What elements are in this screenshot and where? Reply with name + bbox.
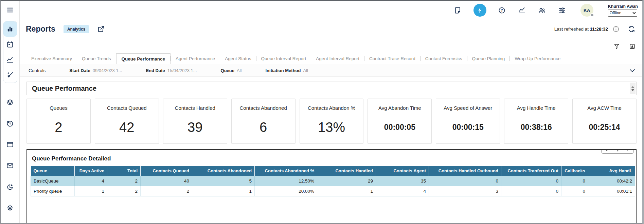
lightning-bolt-icon[interactable] <box>473 4 486 17</box>
metric-value: 00:38:16 <box>521 123 552 132</box>
sidebar-item-analytics[interactable] <box>3 21 17 37</box>
section-header: Queue Performance <box>26 82 637 95</box>
column-header-avg-handl[interactable]: Avg Handl. <box>588 166 635 176</box>
layers-icon[interactable] <box>6 98 15 107</box>
metric-card-avg-abandon-time: Avg Abandon Time00:00:05 <box>368 99 432 144</box>
metric-card-avg-acw-time: Avg ACW Time00:25:14 <box>572 99 637 144</box>
metric-value-wrap: 13% <box>318 111 345 143</box>
column-header-total[interactable]: Total <box>107 166 141 176</box>
metric-value-wrap: 00:00:15 <box>452 111 484 143</box>
cell: 2 <box>107 176 141 186</box>
refresh-icon[interactable] <box>627 25 636 34</box>
last-refreshed-time: 11:28:32 <box>590 27 608 32</box>
refresh-cluster: Last refreshed at 11:28:32 <box>554 25 636 34</box>
sidebar-item-metrics[interactable] <box>3 52 17 67</box>
filters: Start Date09/04/2023 1...End Date15/04/2… <box>69 68 332 73</box>
cell: 0 <box>501 176 561 186</box>
stepper-down-icon[interactable] <box>631 89 634 91</box>
external-link-icon[interactable] <box>96 25 105 34</box>
kebab-menu-icon[interactable] <box>625 149 630 152</box>
main-area: ? KA Khurram Awan Offline Reports Analyt… <box>20 1 642 223</box>
cell: 5 <box>192 176 255 186</box>
cell: 00:42:2 <box>588 176 635 186</box>
column-header-contacts-queued[interactable]: Contacts Queued <box>141 166 192 176</box>
contacts-people-icon[interactable] <box>538 6 547 15</box>
hamburger-menu-icon[interactable] <box>6 5 15 14</box>
tab-contact-forensics[interactable]: Contact Forensics <box>421 54 467 64</box>
column-header-days-active[interactable]: Days Active <box>75 166 107 176</box>
column-header-contacts-handled-outbound[interactable]: Contacts Handled Outbound <box>429 166 501 176</box>
insights-chart-icon[interactable] <box>518 6 526 15</box>
stepper-up-icon[interactable] <box>631 86 634 88</box>
cell: 1 <box>192 186 255 196</box>
bar-chart-icon <box>6 25 15 34</box>
help-icon[interactable]: ? <box>498 6 506 15</box>
metric-card-queues: Queues2 <box>26 99 91 144</box>
column-header-contacts-agent[interactable]: Contacts Agent <box>376 166 429 176</box>
tab-agent-performance[interactable]: Agent Performance <box>171 54 220 64</box>
window-icon[interactable] <box>6 140 15 149</box>
metric-value-wrap: 42 <box>119 111 135 143</box>
status-select[interactable]: Offline <box>608 10 637 17</box>
tab-wrap-up-performance[interactable]: Wrap-Up Performance <box>510 54 565 64</box>
filter-initiation-method[interactable]: Initiation MethodAll <box>265 68 308 73</box>
cell: 0 <box>429 176 501 186</box>
tab-queue-interval-report[interactable]: Queue Interval Report <box>256 54 311 64</box>
notes-icon[interactable] <box>453 6 462 15</box>
metric-value: 13% <box>318 120 345 135</box>
filter-label: Start Date <box>69 68 90 73</box>
widget-filter-funnel-icon[interactable] <box>615 149 620 152</box>
column-header-contacts-abandoned[interactable]: Contacts Abandoned % <box>255 166 317 176</box>
tab-executive-summary[interactable]: Executive Summary <box>26 54 77 64</box>
metric-value: 00:25:14 <box>589 123 620 132</box>
metric-label: Queues <box>50 105 68 111</box>
sidebar-item-design[interactable] <box>3 67 17 83</box>
user-block: Khurram Awan Offline <box>608 4 638 17</box>
filter-start-date[interactable]: Start Date09/04/2023 1... <box>69 68 122 73</box>
filter-end-date[interactable]: End Date15/04/2023 1... <box>146 68 197 73</box>
table-row-priority-queue[interactable]: Priority queue122120.00%1430000:01:1 <box>31 186 635 196</box>
history-icon[interactable] <box>6 119 15 128</box>
brush-icon <box>6 71 15 80</box>
calendar-icon <box>6 40 15 49</box>
download-icon[interactable] <box>628 42 637 51</box>
mail-icon[interactable] <box>6 161 15 170</box>
cell: 1 <box>317 186 376 196</box>
tab-agent-status[interactable]: Agent Status <box>220 54 256 64</box>
metric-value: 2 <box>55 120 62 135</box>
column-header-contacts-handled[interactable]: Contacts Handled <box>317 166 376 176</box>
analytics-badge: Analytics <box>64 25 89 33</box>
cell: 2 <box>141 186 192 196</box>
section-stepper[interactable] <box>630 83 636 94</box>
chevron-down-icon[interactable] <box>628 66 637 75</box>
tab-agent-interval-report[interactable]: Agent Interval Report <box>311 54 364 64</box>
preferences-sliders-icon[interactable] <box>558 6 567 15</box>
metric-card-contacts-handled: Contacts Handled39 <box>163 99 227 144</box>
column-header-contacts-abandoned[interactable]: Contacts Abandoned <box>192 166 255 176</box>
user-avatar[interactable]: KA <box>580 4 593 17</box>
metric-value: 00:00:05 <box>384 123 415 132</box>
filter-funnel-icon[interactable] <box>612 42 621 51</box>
report-tools <box>20 42 642 51</box>
info-icon[interactable] <box>611 25 620 34</box>
cell: 29 <box>317 176 376 186</box>
table-row-basicqueue[interactable]: BasicQueue4240512.50%293500000:42:2 <box>31 176 635 186</box>
tab-queue-planning[interactable]: Queue Planning <box>467 54 510 64</box>
line-chart-icon <box>6 55 15 64</box>
metric-label: Avg Handle Time <box>517 105 556 111</box>
sidebar-item-schedule[interactable] <box>3 37 17 52</box>
tab-queue-performance[interactable]: Queue Performance <box>116 53 171 64</box>
metric-label: Contacts Handled <box>175 105 215 111</box>
sidebar <box>1 1 20 223</box>
tab-contract-trace-record[interactable]: Contract Trace Record <box>364 54 420 64</box>
filter-queue[interactable]: QueueAll <box>221 68 242 73</box>
column-header-contacts-tranferred-out[interactable]: Contacts Tranferred Out <box>501 166 561 176</box>
detail-table: QueueDays ActiveTotalContacts QueuedCont… <box>31 166 635 196</box>
expand-icon[interactable] <box>605 149 610 152</box>
settings-gear-icon[interactable] <box>6 203 15 212</box>
column-header-callbacks[interactable]: Callbacks <box>561 166 588 176</box>
filter-label: Queue <box>221 68 234 73</box>
pie-chart-icon[interactable] <box>6 182 15 191</box>
column-header-queue[interactable]: Queue <box>31 166 75 176</box>
tab-queue-trends[interactable]: Queue Trends <box>77 54 116 64</box>
